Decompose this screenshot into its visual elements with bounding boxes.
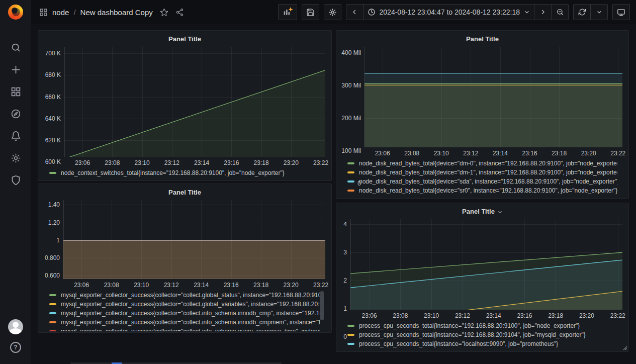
clock-icon — [368, 8, 376, 16]
x-tick-label: 23:08 — [105, 159, 120, 166]
legend-item[interactable]: process_cpu_seconds_total{instance="192.… — [347, 321, 617, 330]
x-tick-label: 23:08 — [393, 312, 408, 319]
x-tick-label: 23:20 — [284, 282, 299, 289]
panel-title[interactable]: Panel Title — [336, 203, 628, 217]
alerting-bell-icon[interactable] — [10, 130, 21, 141]
x-tick-label: 23:22 — [610, 312, 625, 319]
y-tick-label: 1 — [56, 237, 60, 244]
breadcrumb-section[interactable]: node — [52, 8, 69, 17]
dashboard-title[interactable]: New dashboard Copy — [80, 8, 153, 17]
dashboard-settings-button[interactable] — [324, 4, 341, 20]
legend-series-label: process_cpu_seconds_total{instance="192.… — [359, 322, 580, 329]
legend-item[interactable]: node_disk_read_bytes_total{device="sr0",… — [347, 186, 617, 195]
add-panel-button[interactable] — [278, 4, 297, 20]
x-tick-label: 23:18 — [254, 159, 269, 166]
panel-title[interactable]: Panel Title — [336, 31, 628, 45]
share-icon[interactable] — [175, 8, 184, 17]
legend-item[interactable]: mysql_exporter_collector_success{collect… — [49, 327, 320, 331]
legend-series-marker — [49, 172, 56, 174]
x-tick-label: 23:06 — [75, 159, 90, 166]
x-tick-label: 23:08 — [104, 282, 119, 289]
legend-item[interactable]: process_cpu_seconds_total{instance="192.… — [347, 330, 617, 339]
panel-resize-handle[interactable] — [623, 346, 627, 350]
y-tick-label: 600 K — [45, 158, 61, 165]
legend: process_cpu_seconds_total{instance="192.… — [339, 320, 622, 350]
legend: node_disk_read_bytes_total{device="dm-0"… — [339, 157, 622, 197]
legend-item[interactable]: node_context_switches_total{instance="19… — [49, 168, 320, 177]
legend-series-marker — [49, 294, 56, 296]
create-plus-icon[interactable] — [10, 64, 21, 75]
x-axis: 23:0623:0823:1023:1223:1423:1623:1823:20… — [365, 147, 622, 157]
x-tick-label: 23:14 — [486, 312, 501, 319]
time-shift-back-button[interactable] — [346, 4, 364, 20]
search-icon[interactable] — [10, 42, 21, 53]
x-axis: 23:0623:0823:1023:1223:1423:1623:1823:20… — [63, 279, 325, 289]
legend-item[interactable]: mysql_exporter_collector_success{collect… — [49, 318, 320, 327]
y-tick-label: 300 Mil — [341, 82, 361, 89]
time-range-button[interactable]: 2024-08-12 23:04:47 to 2024-08-12 23:22:… — [363, 4, 534, 20]
plus-accent — [289, 8, 292, 11]
dashboards-icon[interactable] — [10, 86, 21, 97]
y-axis: 1.401.2010.8000.600 — [41, 200, 63, 289]
star-icon[interactable] — [160, 8, 168, 17]
legend-series-label: process_cpu_seconds_total{instance="192.… — [359, 331, 586, 338]
refresh-interval-dropdown[interactable] — [590, 4, 608, 20]
server-admin-shield-icon[interactable] — [10, 174, 21, 186]
explore-compass-icon[interactable] — [10, 108, 21, 119]
x-tick-label: 23:18 — [253, 282, 268, 289]
zoom-out-button[interactable] — [551, 4, 569, 20]
x-tick-label: 23:18 — [552, 150, 567, 157]
y-tick-label: 640 K — [45, 115, 61, 122]
plot-area[interactable] — [350, 219, 622, 310]
legend-series-label: mysql_exporter_collector_success{collect… — [61, 328, 320, 331]
legend-series-marker — [347, 343, 354, 345]
help-glyph: ? — [14, 344, 17, 351]
legend-item[interactable]: node_disk_read_bytes_total{device="dm-1"… — [347, 168, 617, 177]
y-axis: 400 Mil300 Mil200 Mil100 Mil0 — [339, 47, 365, 157]
y-tick-label: 0.600 — [45, 272, 60, 279]
x-axis: 23:0623:0823:1023:1223:1423:1623:1823:20… — [64, 157, 325, 167]
legend-series-marker — [347, 190, 354, 192]
time-shift-forward-button[interactable] — [534, 4, 552, 20]
x-tick-label: 23:14 — [493, 150, 508, 157]
y-tick-label: 3 — [343, 249, 347, 256]
y-tick-label: 620 K — [45, 137, 61, 144]
plot-area[interactable] — [365, 47, 622, 147]
x-axis: 23:0623:0823:1023:1223:1423:1623:1823:20… — [350, 310, 622, 320]
y-tick-label: 660 K — [45, 94, 61, 101]
legend-item[interactable]: mysql_exporter_collector_success{collect… — [49, 309, 320, 318]
x-tick-label: 23:22 — [313, 159, 328, 166]
legend-series-label: node_disk_read_bytes_total{device="dm-1"… — [359, 169, 617, 176]
help-icon[interactable]: ? — [10, 342, 21, 353]
plot-area[interactable] — [64, 47, 325, 157]
user-avatar[interactable] — [8, 319, 23, 334]
panel-title[interactable]: Panel Title — [38, 184, 331, 198]
legend-item[interactable]: mysql_exporter_collector_success{collect… — [49, 291, 320, 300]
legend-item[interactable]: node_disk_read_bytes_total{device="dm-0"… — [347, 159, 617, 168]
panel-context-switches: Panel Title 700 K680 K660 K640 K620 K600… — [38, 30, 332, 181]
x-tick-label: 23:08 — [404, 150, 419, 157]
x-tick-label: 23:06 — [362, 312, 377, 319]
grafana-logo-icon[interactable] — [8, 5, 23, 20]
refresh-button[interactable] — [573, 4, 591, 20]
y-tick-label: 1.40 — [48, 201, 60, 208]
cycle-view-mode-button[interactable] — [612, 4, 630, 20]
legend-item[interactable]: mysql_exporter_collector_success{collect… — [49, 300, 320, 309]
panel-menu-chevron-icon[interactable] — [497, 209, 503, 215]
x-tick-label: 23:16 — [224, 159, 239, 166]
y-tick-label: 4 — [343, 221, 347, 228]
legend-item[interactable]: node_disk_read_bytes_total{device="sda",… — [347, 177, 617, 186]
legend-item[interactable]: process_cpu_seconds_total{instance="loca… — [347, 339, 617, 348]
save-dashboard-button[interactable] — [302, 4, 319, 20]
legend-scrollbar-thumb[interactable] — [320, 291, 324, 320]
y-tick-label: 400 Mil — [341, 49, 361, 56]
panel-process-cpu-seconds: Panel Title 43210 23:0623:0823:1023:1223… — [336, 203, 629, 352]
refresh-group — [573, 4, 608, 20]
panel-title[interactable]: Panel Title — [38, 31, 331, 45]
x-tick-label: 23:14 — [194, 282, 209, 289]
configuration-gear-icon[interactable] — [10, 152, 21, 163]
x-tick-label: 23:12 — [463, 150, 478, 157]
plot-area[interactable] — [63, 200, 325, 279]
legend: mysql_exporter_collector_success{collect… — [41, 289, 325, 331]
time-picker-group: 2024-08-12 23:04:47 to 2024-08-12 23:22:… — [346, 4, 569, 20]
